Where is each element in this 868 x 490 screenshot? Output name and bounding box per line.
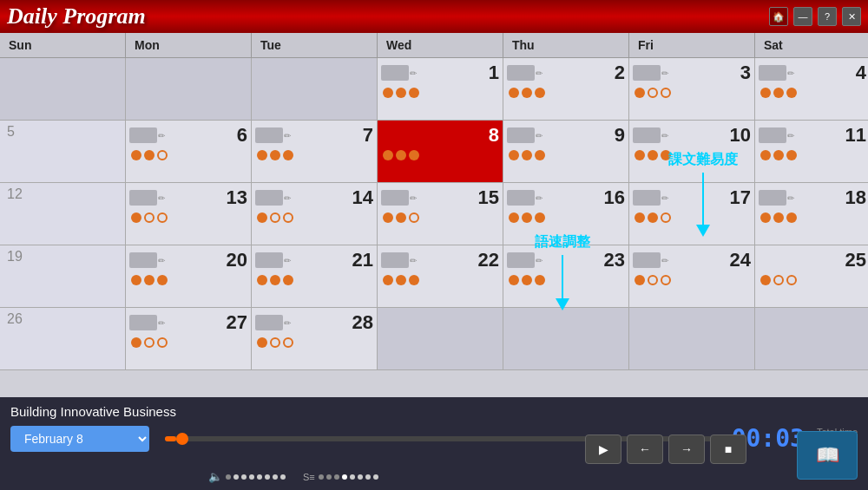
cal-cell-sun-w2: 5 bbox=[0, 121, 126, 183]
header-tue: Tue bbox=[252, 33, 378, 57]
course-title: Building Innovative Business bbox=[10, 404, 858, 419]
cal-cell-tue-28[interactable]: ✏ 28 bbox=[252, 308, 378, 370]
cal-cell-wed-8[interactable]: 8 bbox=[378, 121, 503, 183]
book-button[interactable]: 📖 bbox=[797, 431, 858, 480]
day-headers: Sun Mon Tue Wed Thu Fri Sat bbox=[0, 33, 868, 58]
minimize-button[interactable]: — bbox=[793, 7, 812, 26]
cal-cell-sat-11[interactable]: ✏ 11 bbox=[755, 121, 868, 183]
cal-cell-tue-14[interactable]: ✏ 14 bbox=[252, 183, 378, 245]
cal-cell-sat-4[interactable]: ✏ 4 bbox=[755, 58, 868, 121]
stop-button[interactable]: ■ bbox=[710, 434, 746, 464]
back-button[interactable]: ← bbox=[627, 434, 663, 464]
volume-icon: 🔈 bbox=[208, 470, 222, 483]
calendar-week-4: 19 ✏ 20 ✏ 21 bbox=[0, 245, 868, 308]
cal-cell-mon-27[interactable]: ✏ 27 bbox=[126, 308, 252, 370]
cal-cell-tue-7[interactable]: ✏ 7 bbox=[252, 121, 378, 183]
calendar-week-5: 26 ✏ 27 ✏ 28 bbox=[0, 308, 868, 370]
calendar-area: Sun Mon Tue Wed Thu Fri Sat ✏ 1 bbox=[0, 33, 868, 397]
cal-cell-sun-w5: 26 bbox=[0, 308, 126, 370]
cal-cell-thu-9[interactable]: ✏ 9 bbox=[503, 121, 629, 183]
cal-cell-fri-17[interactable]: ✏ 17 bbox=[629, 183, 755, 245]
week-num-12: 12 bbox=[3, 183, 26, 205]
cal-cell-sat-25[interactable]: 25 bbox=[755, 245, 868, 308]
play-button[interactable]: ▶ bbox=[585, 434, 621, 464]
cal-cell-mon-13[interactable]: ✏ 13 bbox=[126, 183, 252, 245]
cal-cell-empty-tue-w1 bbox=[252, 58, 378, 121]
calendar-week-1: ✏ 1 ✏ 2 ✏ 3 bbox=[0, 58, 868, 121]
calendar-week-3: 12 ✏ 13 ✏ 14 bbox=[0, 183, 868, 245]
cal-cell-empty-wed-w5 bbox=[378, 308, 503, 370]
cal-cell-sun-w3: 12 bbox=[0, 183, 126, 245]
cal-cell-empty-mon-w1 bbox=[126, 58, 252, 121]
date-select[interactable]: February 8 bbox=[10, 426, 149, 452]
title-bar: Daily Program 🏠 — ? ✕ bbox=[0, 0, 868, 33]
speed-icon: S≡ bbox=[303, 472, 315, 482]
cal-cell-mon-6[interactable]: ✏ 6 bbox=[126, 121, 252, 183]
home-button[interactable]: 🏠 bbox=[769, 7, 788, 26]
cal-cell-empty-thu-w5 bbox=[503, 308, 629, 370]
cal-cell-thu-23[interactable]: ✏ 23 bbox=[503, 245, 629, 308]
transport-controls: ▶ ← → ■ bbox=[585, 434, 746, 464]
header-mon: Mon bbox=[126, 33, 252, 57]
header-wed: Wed bbox=[378, 33, 503, 57]
week-num-19: 19 bbox=[3, 245, 26, 267]
speed-slider-group: S≡ bbox=[303, 472, 378, 482]
cal-cell-wed-1[interactable]: ✏ 1 bbox=[378, 58, 503, 121]
forward-button[interactable]: → bbox=[668, 434, 705, 464]
cal-cell-fri-3[interactable]: ✏ 3 bbox=[629, 58, 755, 121]
cal-cell-mon-20[interactable]: ✏ 20 bbox=[126, 245, 252, 308]
cal-cell-fri-24[interactable]: ✏ 24 bbox=[629, 245, 755, 308]
cal-cell-empty-sat-w5 bbox=[755, 308, 868, 370]
cal-cell-wed-15[interactable]: ✏ 15 bbox=[378, 183, 503, 245]
week-num-5: 5 bbox=[3, 121, 18, 142]
cal-cell-fri-10[interactable]: ✏ 10 bbox=[629, 121, 755, 183]
volume-slider-group: 🔈 bbox=[208, 470, 286, 483]
header-thu: Thu bbox=[503, 33, 629, 57]
window-controls: 🏠 — ? ✕ bbox=[769, 7, 861, 26]
calendar-week-2: 5 ✏ 6 ✏ 7 bbox=[0, 121, 868, 183]
slider-controls: 🔈 S≡ bbox=[208, 470, 378, 483]
app-container: Daily Program 🏠 — ? ✕ Sun Mon Tue Wed Th… bbox=[0, 0, 868, 490]
cal-cell-empty-sun-w1 bbox=[0, 58, 126, 121]
header-fri: Fri bbox=[629, 33, 755, 57]
app-title: Daily Program bbox=[7, 3, 146, 29]
cal-cell-empty-fri-w5 bbox=[629, 308, 755, 370]
help-button[interactable]: ? bbox=[818, 7, 837, 26]
cal-cell-sat-18[interactable]: ✏ 18 bbox=[755, 183, 868, 245]
close-button[interactable]: ✕ bbox=[842, 7, 861, 26]
cal-cell-thu-2[interactable]: ✏ 2 bbox=[503, 58, 629, 121]
header-sun: Sun bbox=[0, 33, 126, 57]
week-num-26: 26 bbox=[3, 308, 26, 330]
header-sat: Sat bbox=[755, 33, 868, 57]
cal-cell-thu-16[interactable]: ✏ 16 bbox=[503, 183, 629, 245]
cal-cell-wed-22[interactable]: ✏ 22 bbox=[378, 245, 503, 308]
cal-cell-sun-w4: 19 bbox=[0, 245, 126, 308]
cal-cell-tue-21[interactable]: ✏ 21 bbox=[252, 245, 378, 308]
bottom-bar: Building Innovative Business February 8 … bbox=[0, 397, 868, 490]
